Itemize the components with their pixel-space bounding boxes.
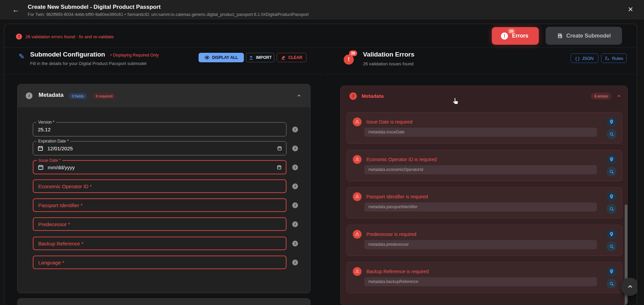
import-label: IMPORT xyxy=(256,55,272,60)
locate-field-button[interactable] xyxy=(606,154,617,165)
rules-label: Rules xyxy=(612,56,623,61)
inspect-error-button[interactable] xyxy=(606,204,617,214)
warning-icon: ⚠ xyxy=(353,117,362,126)
field-row-issue-date: Issue Date * mm/dd/yyyy i xyxy=(33,160,300,174)
magnifier-icon xyxy=(609,132,614,137)
locate-field-button[interactable] xyxy=(606,117,617,127)
passport-identifier-field[interactable]: Passport Identifier * xyxy=(33,198,286,212)
metadata-section-card: i Metadata 9 fields 9 required Version *… xyxy=(17,84,310,293)
info-icon[interactable]: i xyxy=(292,127,298,132)
group-errors-badge: 6 errors xyxy=(591,93,611,100)
predecessor-field[interactable]: Predecessor * xyxy=(33,217,286,231)
config-panel-header: ✎ Submodel Configuration • Displaying Re… xyxy=(4,48,323,74)
location-pin-icon xyxy=(609,232,614,237)
info-icon[interactable]: i xyxy=(292,221,298,227)
info-icon[interactable]: i xyxy=(292,241,298,246)
json-button[interactable]: { } JSON xyxy=(571,53,598,63)
info-icon[interactable]: i xyxy=(292,183,298,189)
create-submodel-button[interactable]: Create Submodel xyxy=(546,27,622,45)
json-label: JSON xyxy=(582,56,594,61)
field-row-economic-operator-id: Economic Operator ID * i xyxy=(33,179,300,193)
rules-icon xyxy=(604,56,610,61)
metadata-section-header[interactable]: i Metadata 9 fields 9 required xyxy=(18,84,310,107)
error-group-header[interactable]: ! Metadata 6 errors xyxy=(341,86,627,106)
magnifier-icon xyxy=(609,169,614,174)
braces-icon: { } xyxy=(575,56,579,61)
warning-icon: ⚠ xyxy=(353,230,362,239)
warning-icon: ⚠ xyxy=(353,192,362,201)
error-card-economic-operator: ⚠ Economic Operator ID is required metad… xyxy=(346,150,622,181)
inspect-error-button[interactable] xyxy=(606,241,617,252)
location-pin-icon xyxy=(609,119,614,125)
clear-label: CLEAR xyxy=(288,55,302,60)
error-path-chip: metadata.passportIdentifier xyxy=(364,202,597,212)
validation-banner: ! 26 validation errors found - fix and r… xyxy=(4,24,637,48)
issue-date-field[interactable]: Issue Date * mm/dd/yyyy xyxy=(33,160,286,174)
clear-button[interactable]: CLEAR xyxy=(277,53,306,62)
close-icon[interactable]: × xyxy=(626,4,635,14)
info-icon[interactable]: i xyxy=(292,202,298,208)
info-icon[interactable]: i xyxy=(292,165,298,170)
issue-date-placeholder: mm/dd/yyyy xyxy=(48,165,75,170)
inspect-error-button[interactable] xyxy=(606,167,617,177)
error-circle-icon: ! xyxy=(501,32,508,40)
error-path-chip: metadata.predecessor xyxy=(364,240,597,249)
backup-reference-field[interactable]: Backup Reference * xyxy=(33,237,286,250)
display-all-button[interactable]: DISPLAY ALL xyxy=(199,53,244,62)
language-field[interactable]: Language * xyxy=(33,256,286,269)
locate-field-button[interactable] xyxy=(606,229,617,239)
upload-icon xyxy=(249,55,254,60)
economic-operator-id-field[interactable]: Economic Operator ID * xyxy=(33,179,286,193)
next-section-header-peek[interactable] xyxy=(17,298,310,305)
page-subtitle: For Twin: 982ff893-6034-4ebb-bf90-9a60ee… xyxy=(28,12,309,17)
chevron-up-icon xyxy=(627,284,633,290)
field-row-passport-identifier: Passport Identifier * i xyxy=(33,198,300,212)
chevron-up-icon[interactable] xyxy=(617,94,621,99)
error-path-chip: metadata.issueDate xyxy=(364,128,597,137)
error-card-issue-date: ⚠ Issue Date is required metadata.issueD… xyxy=(346,112,622,144)
required-count-badge: 9 required xyxy=(93,93,116,99)
import-button[interactable]: IMPORT xyxy=(246,53,274,62)
inspect-error-button[interactable] xyxy=(606,129,617,139)
validation-panel-header: ! 26 Validation Errors 26 validation iss… xyxy=(327,48,637,74)
error-message: Backup Reference is required xyxy=(366,269,429,274)
eye-icon xyxy=(204,55,210,60)
expiration-date-label: Expiration Date * xyxy=(37,139,70,144)
chevron-up-icon[interactable] xyxy=(297,93,301,98)
error-message: Passport Identifier is required xyxy=(366,194,428,199)
expiration-date-field[interactable]: Expiration Date * 12/01/2025 xyxy=(33,141,286,155)
error-card-passport-identifier: ⚠ Passport Identifier is required metada… xyxy=(346,187,622,218)
error-circle-icon: ! xyxy=(349,92,357,100)
rules-button[interactable]: Rules xyxy=(601,53,627,63)
config-panel-subtitle: Fill in the details for your Digital Pro… xyxy=(30,61,146,66)
economic-operator-id-label: Economic Operator ID * xyxy=(38,183,92,189)
create-button-label: Create Submodel xyxy=(566,33,611,39)
error-circle-icon: ! xyxy=(16,34,22,40)
location-pin-icon xyxy=(609,194,614,199)
field-row-version: Version * 25.12 i xyxy=(33,122,300,136)
location-pin-icon xyxy=(609,269,614,274)
locate-field-button[interactable] xyxy=(606,266,617,277)
version-value: 25.12 xyxy=(38,127,51,132)
error-card-backup-reference: ⚠ Backup Reference is required metadata.… xyxy=(346,262,622,293)
error-message: Predecessor is required xyxy=(366,232,416,237)
location-pin-icon xyxy=(609,157,614,162)
banner-message: 26 validation errors found - fix and re-… xyxy=(25,34,114,39)
scroll-to-top-button[interactable] xyxy=(621,278,637,296)
validation-count-badge: 26 xyxy=(349,50,357,56)
info-icon[interactable]: i xyxy=(292,146,298,151)
inspect-error-button[interactable] xyxy=(606,279,617,289)
info-icon[interactable]: i xyxy=(292,260,298,265)
locate-field-button[interactable] xyxy=(606,192,617,202)
backup-reference-label: Backup Reference * xyxy=(38,241,83,246)
date-picker-icon[interactable] xyxy=(277,165,282,170)
back-icon[interactable]: ← xyxy=(12,5,20,14)
errors-button[interactable]: ! 26 Errors xyxy=(492,27,539,45)
errors-button-label: Errors xyxy=(512,33,528,39)
version-field[interactable]: Version * 25.12 xyxy=(33,122,286,136)
validation-error-icon-wrap: ! 26 xyxy=(344,50,359,68)
app-header: ← Create New Submodel - Digital Product … xyxy=(0,0,644,19)
error-path-chip: metadata.backupReference xyxy=(364,277,597,286)
expiration-date-value: 12/01/2025 xyxy=(47,146,73,151)
date-picker-icon[interactable] xyxy=(277,146,282,151)
